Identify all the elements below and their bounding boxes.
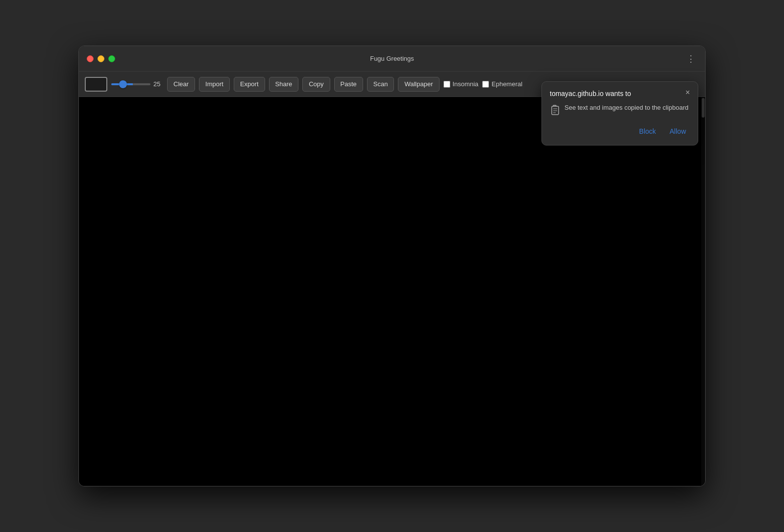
clear-button[interactable]: Clear bbox=[167, 77, 195, 92]
slider-container: 25 bbox=[111, 80, 163, 88]
scrollbar-track[interactable] bbox=[701, 97, 705, 486]
maximize-button[interactable] bbox=[108, 55, 115, 62]
popup-title: tomayac.github.io wants to bbox=[550, 90, 631, 97]
insomnia-checkbox-label[interactable]: Insomnia bbox=[443, 80, 479, 88]
ephemeral-checkbox[interactable] bbox=[482, 81, 489, 88]
title-bar: Fugu Greetings ⋮ bbox=[79, 46, 705, 72]
share-button[interactable]: Share bbox=[269, 77, 299, 92]
minimize-button[interactable] bbox=[98, 55, 104, 62]
clipboard-icon bbox=[550, 104, 560, 118]
clipboard-permission-popup: tomayac.github.io wants to × See text an… bbox=[541, 81, 698, 145]
insomnia-label: Insomnia bbox=[453, 80, 479, 88]
more-options-button[interactable]: ⋮ bbox=[685, 51, 697, 66]
scrollbar-thumb bbox=[702, 98, 705, 118]
popup-header: tomayac.github.io wants to × bbox=[550, 90, 690, 97]
export-button[interactable]: Export bbox=[234, 77, 265, 92]
popup-body: See text and images copied to the clipbo… bbox=[550, 103, 690, 118]
paste-button[interactable]: Paste bbox=[334, 77, 363, 92]
traffic-lights bbox=[87, 55, 115, 62]
popup-actions: Block Allow bbox=[550, 125, 690, 137]
canvas-area[interactable] bbox=[79, 97, 705, 486]
close-button[interactable] bbox=[87, 55, 94, 62]
insomnia-checkbox[interactable] bbox=[443, 81, 450, 88]
block-button[interactable]: Block bbox=[635, 125, 660, 137]
color-swatch[interactable] bbox=[85, 77, 107, 92]
popup-description: See text and images copied to the clipbo… bbox=[564, 103, 688, 112]
allow-button[interactable]: Allow bbox=[666, 125, 690, 137]
import-button[interactable]: Import bbox=[199, 77, 230, 92]
app-window: Fugu Greetings ⋮ 25 Clear Import Export … bbox=[78, 46, 706, 486]
size-slider[interactable] bbox=[111, 83, 150, 85]
ephemeral-label: Ephemeral bbox=[491, 80, 522, 88]
popup-close-button[interactable]: × bbox=[686, 89, 690, 97]
copy-button[interactable]: Copy bbox=[302, 77, 330, 92]
slider-value: 25 bbox=[153, 80, 163, 88]
wallpaper-button[interactable]: Wallpaper bbox=[398, 77, 439, 92]
scan-button[interactable]: Scan bbox=[367, 77, 394, 92]
ephemeral-checkbox-label[interactable]: Ephemeral bbox=[482, 80, 522, 88]
window-title: Fugu Greetings bbox=[370, 55, 414, 62]
